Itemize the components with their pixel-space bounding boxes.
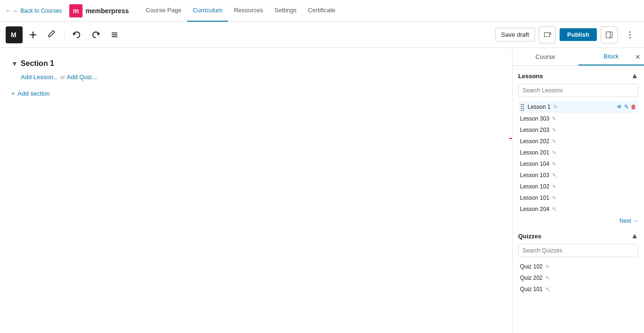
tools-button[interactable] xyxy=(43,26,60,43)
lesson-item-lesson202[interactable]: Lesson 202 ✎ xyxy=(518,136,638,147)
lesson-item-lesson204[interactable]: Lesson 204 ✎ xyxy=(518,203,638,215)
quiz-item-quiz102[interactable]: Quiz 102 ✎ xyxy=(518,261,638,272)
lesson-external-link-icon: ✎ xyxy=(553,104,558,110)
nav-settings[interactable]: Settings xyxy=(269,0,302,22)
sidebar-close-button[interactable]: × xyxy=(635,53,640,61)
lesson-item-lesson102[interactable]: Lesson 102 ✎ xyxy=(518,181,638,192)
undo-button[interactable] xyxy=(68,26,85,43)
svg-text:m: m xyxy=(73,7,79,14)
lesson-item-label: Lesson 203 xyxy=(520,127,549,133)
sidebar-toggle-button[interactable] xyxy=(601,26,618,43)
nav-course-page[interactable]: Course Page xyxy=(140,0,187,22)
toolbar-right: Save draft Publish xyxy=(495,26,638,43)
plus-icon xyxy=(28,30,38,40)
lesson-view-action[interactable]: 👁 xyxy=(617,104,622,110)
back-arrow-icon: ← xyxy=(6,8,11,14)
toolbar-divider-1 xyxy=(64,29,65,41)
sidebar-content: Lessons ▲ ⣿ Lesson 1 ✎ 👁 ✎ xyxy=(512,66,644,333)
lesson-item-lesson101[interactable]: Lesson 101 ✎ xyxy=(518,192,638,203)
save-draft-button[interactable]: Save draft xyxy=(495,28,535,41)
quiz-item-label: Quiz 101 xyxy=(520,286,543,292)
preview-icon xyxy=(544,31,551,39)
undo-icon xyxy=(72,30,82,40)
quiz-item-label: Quiz 202 xyxy=(520,275,543,281)
tab-course[interactable]: Course xyxy=(512,48,578,65)
quizzes-search-input[interactable] xyxy=(518,244,638,257)
section-1-toggle[interactable]: ▼ xyxy=(11,60,18,67)
lesson-item-label: Lesson 102 xyxy=(520,183,549,190)
quizzes-toggle[interactable]: ▲ xyxy=(631,232,638,240)
lessons-search-input[interactable] xyxy=(518,84,638,97)
logo-link[interactable]: m memberpress xyxy=(69,4,129,17)
lessons-panel: Lessons ▲ ⣿ Lesson 1 ✎ 👁 ✎ xyxy=(518,72,638,224)
add-lesson-link[interactable]: Add Lesson... xyxy=(21,73,58,81)
right-sidebar: Course Block × Lessons ▲ ⣿ Lesson 1 xyxy=(512,48,644,333)
more-options-button[interactable] xyxy=(621,26,638,43)
content-area: ▼ Section 1 Add Lesson... or Add Quiz...… xyxy=(0,48,512,333)
lessons-header[interactable]: Lessons ▲ xyxy=(518,72,638,80)
add-quiz-link[interactable]: Add Quiz... xyxy=(67,73,97,81)
lesson-link-icon: ✎ xyxy=(552,116,556,122)
section-1-body: Add Lesson... or Add Quiz... xyxy=(11,73,501,81)
pencil-icon xyxy=(47,30,57,40)
add-section-button[interactable]: + Add section xyxy=(11,90,50,97)
main-nav: Course Page Curriculum Resources Setting… xyxy=(140,0,341,22)
lessons-title: Lessons xyxy=(518,73,543,80)
preview-button[interactable] xyxy=(539,26,556,43)
logo-icon: m xyxy=(69,4,83,17)
lesson-item-lesson303[interactable]: Lesson 303 ✎ xyxy=(518,113,638,124)
section-1-header: ▼ Section 1 xyxy=(11,59,501,68)
lesson-item-lesson104[interactable]: Lesson 104 ✎ xyxy=(518,158,638,170)
svg-rect-8 xyxy=(545,32,550,37)
m-logo-button[interactable]: M xyxy=(6,26,23,43)
nav-curriculum[interactable]: Curriculum xyxy=(187,0,228,22)
nav-certificate[interactable]: Certificate xyxy=(302,0,341,22)
lesson-item-label: Lesson 202 xyxy=(520,138,549,145)
quizzes-list: Quiz 102 ✎ Quiz 202 ✎ Qu xyxy=(518,261,638,295)
quizzes-panel: Quizzes ▲ Quiz 102 ✎ Quiz xyxy=(518,232,638,295)
editor-toolbar: M Save draft xyxy=(0,22,644,48)
lesson-edit-action[interactable]: ✎ xyxy=(624,104,629,110)
quizzes-title: Quizzes xyxy=(518,233,541,240)
quiz-item-quiz101[interactable]: Quiz 101 ✎ xyxy=(518,284,638,295)
top-navigation: ← ← Back to Courses m memberpress Course… xyxy=(0,0,644,22)
sidebar-toggle-icon xyxy=(605,31,613,39)
quiz-item-quiz202[interactable]: Quiz 202 ✎ xyxy=(518,272,638,284)
lesson-item-label: Lesson 101 xyxy=(520,195,549,201)
lesson-delete-action[interactable]: 🗑 xyxy=(631,104,636,110)
lessons-list: ⣿ Lesson 1 ✎ 👁 ✎ 🗑 Lesson 30 xyxy=(518,101,638,215)
more-dots-icon xyxy=(629,31,631,39)
plus-icon: + xyxy=(11,90,15,97)
lesson-item-lesson103[interactable]: Lesson 103 ✎ xyxy=(518,170,638,181)
lesson-item-label: Lesson 303 xyxy=(520,115,549,122)
section-1-title: Section 1 xyxy=(21,59,54,68)
nav-resources[interactable]: Resources xyxy=(228,0,269,22)
lesson-item-lesson1[interactable]: ⣿ Lesson 1 ✎ 👁 ✎ 🗑 xyxy=(518,101,638,113)
tab-block[interactable]: Block xyxy=(578,48,644,65)
quizzes-header[interactable]: Quizzes ▲ xyxy=(518,232,638,240)
lesson-item-label: Lesson 103 xyxy=(520,172,549,179)
red-arrow-indicator xyxy=(509,135,512,142)
svg-text:M: M xyxy=(11,31,17,39)
lesson-item-label: Lesson 201 xyxy=(520,149,549,156)
publish-button[interactable]: Publish xyxy=(560,28,597,41)
list-view-button[interactable] xyxy=(106,26,123,43)
svg-point-14 xyxy=(629,31,631,32)
back-to-courses-link[interactable]: ← ← Back to Courses xyxy=(6,8,62,14)
sidebar-tabs: Course Block × xyxy=(512,48,644,66)
add-lesson-row: Add Lesson... or Add Quiz... xyxy=(21,73,501,81)
back-link-text: ← Back to Courses xyxy=(13,8,62,14)
lesson-item-lesson203[interactable]: Lesson 203 ✎ xyxy=(518,124,638,136)
quiz-item-label: Quiz 102 xyxy=(520,263,543,270)
lesson-drag-icon: ⣿ xyxy=(520,103,525,111)
lesson-item-label: Lesson 204 xyxy=(520,206,549,212)
lessons-next-link[interactable]: Next → xyxy=(518,218,638,224)
lessons-toggle[interactable]: ▲ xyxy=(631,72,638,80)
main-layout: ▼ Section 1 Add Lesson... or Add Quiz...… xyxy=(0,48,644,333)
wp-logo-icon: M xyxy=(10,31,18,39)
list-icon xyxy=(110,30,119,40)
lesson-item-lesson201[interactable]: Lesson 201 ✎ xyxy=(518,147,638,158)
lesson-item-label: Lesson 104 xyxy=(520,161,549,167)
redo-button[interactable] xyxy=(87,26,104,43)
add-block-button[interactable] xyxy=(25,26,41,43)
